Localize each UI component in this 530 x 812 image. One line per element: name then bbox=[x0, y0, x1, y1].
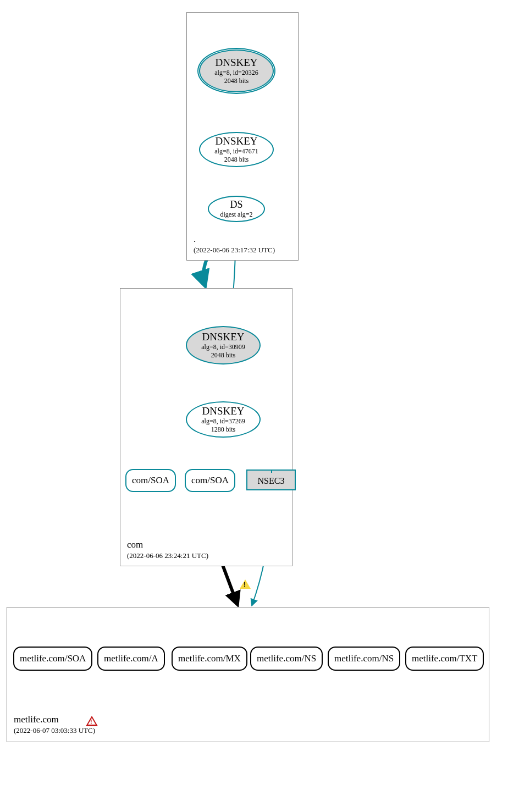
com-ksk-l2: alg=8, id=30909 bbox=[201, 343, 245, 351]
node-com-zsk: DNSKEY alg=8, id=37269 1280 bits bbox=[186, 401, 261, 438]
root-zsk-l2: alg=8, id=47671 bbox=[214, 147, 258, 156]
error-icon bbox=[86, 716, 98, 726]
root-ksk-l3: 2048 bits bbox=[224, 77, 249, 85]
zone-leaf: metlife.com (2022-06-07 03:03:33 UTC) bbox=[7, 607, 489, 742]
com-zsk-l1: DNSKEY bbox=[202, 405, 244, 417]
node-com-nsec3: NSEC3 bbox=[246, 472, 296, 490]
node-leaf-soa: metlife.com/SOA bbox=[13, 647, 92, 671]
leaf-ns2-text: metlife.com/NS bbox=[334, 653, 394, 664]
node-com-ksk: DNSKEY alg=8, id=30909 2048 bits bbox=[186, 326, 261, 364]
node-leaf-ns1: metlife.com/NS bbox=[250, 647, 323, 671]
zone-leaf-label: metlife.com (2022-06-07 03:03:33 UTC) bbox=[14, 714, 95, 735]
zone-com-ts: (2022-06-06 23:24:21 UTC) bbox=[127, 551, 208, 560]
zone-com-name: com bbox=[127, 539, 208, 550]
zone-root-name: . bbox=[194, 234, 275, 245]
node-root-ksk: DNSKEY alg=8, id=20326 2048 bits bbox=[199, 49, 274, 92]
com-ksk-l1: DNSKEY bbox=[202, 331, 244, 343]
zone-leaf-ts: (2022-06-07 03:03:33 UTC) bbox=[14, 726, 95, 735]
com-nsec3-text: NSEC3 bbox=[258, 476, 285, 486]
root-zsk-l3: 2048 bits bbox=[224, 156, 249, 164]
node-root-ds: DS digest alg=2 bbox=[208, 196, 265, 222]
root-ds-l2: digest alg=2 bbox=[220, 211, 252, 219]
leaf-soa-text: metlife.com/SOA bbox=[20, 653, 86, 664]
node-leaf-ns2: metlife.com/NS bbox=[328, 647, 400, 671]
diagram-canvas: . (2022-06-06 23:17:32 UTC) DNSKEY alg=8… bbox=[0, 0, 530, 812]
root-zsk-l1: DNSKEY bbox=[215, 135, 257, 147]
node-com-soa2: com/SOA bbox=[185, 469, 235, 492]
zone-com-label: com (2022-06-06 23:24:21 UTC) bbox=[127, 539, 208, 560]
node-leaf-mx: metlife.com/MX bbox=[172, 647, 247, 671]
com-zsk-l2: alg=8, id=37269 bbox=[201, 417, 245, 426]
root-ksk-l2: alg=8, id=20326 bbox=[214, 69, 258, 77]
root-ksk-l1: DNSKEY bbox=[215, 57, 257, 69]
zone-leaf-name: metlife.com bbox=[14, 714, 95, 725]
zone-root-ts: (2022-06-06 23:17:32 UTC) bbox=[194, 246, 275, 255]
leaf-mx-text: metlife.com/MX bbox=[178, 653, 241, 664]
node-root-zsk: DNSKEY alg=8, id=47671 2048 bits bbox=[199, 132, 274, 167]
leaf-a-text: metlife.com/A bbox=[104, 653, 158, 664]
com-soa1-text: com/SOA bbox=[132, 475, 169, 486]
leaf-ns1-text: metlife.com/NS bbox=[257, 653, 316, 664]
com-soa2-text: com/SOA bbox=[191, 475, 229, 486]
root-ds-l1: DS bbox=[230, 199, 242, 211]
com-ksk-l3: 2048 bits bbox=[211, 351, 235, 360]
com-zsk-l3: 1280 bits bbox=[211, 426, 235, 434]
node-leaf-a: metlife.com/A bbox=[97, 647, 165, 671]
node-com-soa1: com/SOA bbox=[125, 469, 176, 492]
warning-icon bbox=[240, 579, 251, 589]
node-leaf-txt: metlife.com/TXT bbox=[405, 647, 484, 671]
zone-root-label: . (2022-06-06 23:17:32 UTC) bbox=[194, 234, 275, 255]
leaf-txt-text: metlife.com/TXT bbox=[412, 653, 477, 664]
